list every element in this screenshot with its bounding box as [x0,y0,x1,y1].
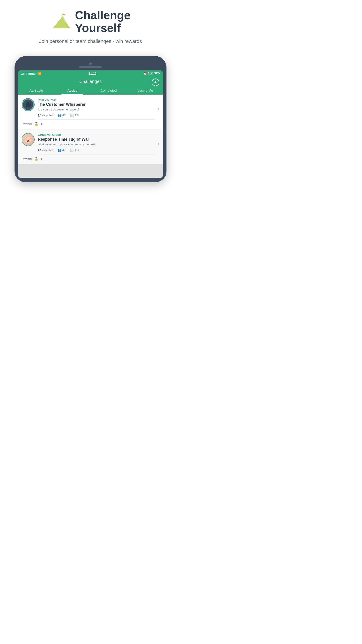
status-left: Partner 📶 [21,72,41,75]
hero-subtitle: Join personal or team challenges - win r… [39,38,142,45]
days-left-1: 24 days left [38,113,53,117]
participants-1: 👥 47 [58,114,65,117]
carrier-label: Partner [26,72,37,75]
people-icon-1: 👥 [58,114,61,117]
wifi-icon: 📶 [38,72,41,75]
battery-fill [155,73,157,74]
avatar-pig-image: 🐷 [22,134,34,146]
reward-value-1: 1 [40,122,42,126]
reward-label-2: Reward: [22,157,32,160]
alarm-icon: ⏰ [143,72,147,75]
reward-badge-icon-1: 🏅 [34,122,39,126]
challenge-type-2: Group vs. Group [38,133,155,136]
hero-title: Challenge Yourself [75,9,131,34]
challenge-main-1: Peer vs. Peer The Customer Whisperer Are… [22,98,159,120]
challenge-info-2: Group vs. Group Response Time Tug of War… [38,133,155,154]
rank-icon-2: 📊 [70,148,74,152]
reward-row-1: Reward: 🏅 1 [22,120,159,126]
challenge-info-1: Peer vs. Peer The Customer Whisperer Are… [38,98,155,120]
challenge-meta-2: 24 days left 👥 47 📊 15th [38,148,155,154]
signal-bar-4 [24,72,25,75]
reward-value-2: 1 [40,157,42,160]
challenge-list: Peer vs. Peer The Customer Whisperer Are… [18,94,163,164]
app-header: Challenges + [18,77,163,84]
challenge-card-2[interactable]: 🐷 Group vs. Group Response Time Tug of W… [18,130,163,164]
svg-marker-4 [63,14,66,15]
challenge-meta-1: 24 days left 👥 47 📊 15th [38,113,155,120]
challenge-avatar-1 [22,98,35,111]
hero-top: Challenge Yourself [50,9,131,34]
signal-bars [21,72,25,75]
battery-icon [154,72,160,75]
challenge-title-1: The Customer Whisperer [38,102,155,107]
challenge-avatar-2: 🐷 [22,133,35,146]
app-title: Challenges [79,79,102,84]
battery-pct: 61% [148,72,153,75]
rank-icon-1: 📊 [70,114,74,117]
status-right: ⏰ 61% [143,72,160,75]
signal-bar-3 [23,73,24,75]
reward-label-1: Reward: [22,122,32,126]
challenge-main-2: 🐷 Group vs. Group Response Time Tug of W… [22,133,159,154]
chevron-icon-1: › [158,107,159,111]
chevron-icon-2: › [158,142,159,146]
rank-2: 📊 15th [70,148,80,152]
tab-active[interactable]: Active [54,87,90,94]
people-icon-2: 👥 [58,148,61,152]
reward-row-2: Reward: 🏅 1 [22,154,159,161]
rank-1: 📊 15th [70,114,80,117]
reward-badge-icon-2: 🏅 [34,157,39,161]
tab-completed[interactable]: Completed [90,87,127,94]
battery-tip [159,73,160,74]
screen-bottom-grey [18,164,163,178]
phone-screen: Partner 📶 11:12 ⏰ 61% Challenges + [18,70,163,178]
signal-bar-1 [21,74,22,75]
hero-section: Challenge Yourself Join personal or team… [0,0,181,56]
status-time: 11:12 [88,72,96,75]
status-bar: Partner 📶 11:12 ⏰ 61% [18,70,163,77]
days-left-2: 24 days left [38,148,53,152]
participants-2: 👥 47 [58,148,65,152]
phone-speaker [79,66,102,68]
phone-camera [89,62,92,65]
tab-around-me[interactable]: Around Me [127,87,163,94]
challenge-title-2: Response Time Tug of War [38,137,155,142]
tabs-bar: Available Active Completed Around Me [18,84,163,94]
challenge-desc-1: Are you a true costumer expert? [38,108,155,111]
phone-frame: Partner 📶 11:12 ⏰ 61% Challenges + [14,56,166,182]
signal-bar-2 [22,74,23,75]
challenge-card-1[interactable]: Peer vs. Peer The Customer Whisperer Are… [18,94,163,130]
battery-body [154,72,159,75]
challenge-type-1: Peer vs. Peer [38,98,155,102]
tab-available[interactable]: Available [18,87,54,94]
mountain-icon [50,13,71,31]
challenge-desc-2: Work together to prove your team is the … [38,143,155,146]
avatar-target-image [22,98,34,111]
